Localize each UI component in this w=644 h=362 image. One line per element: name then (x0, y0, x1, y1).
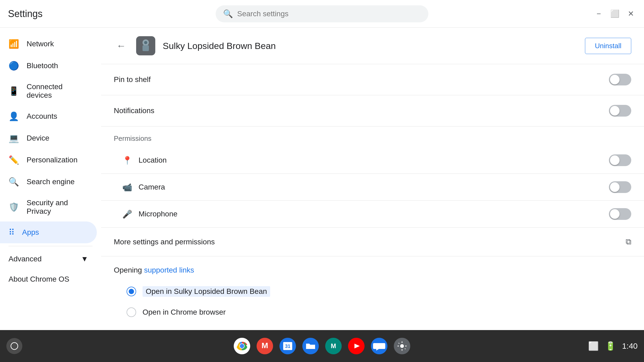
location-label: Location (139, 156, 603, 164)
taskbar-calendar-icon[interactable]: 31 (278, 336, 298, 356)
permissions-label: Permissions (114, 134, 152, 142)
microphone-toggle[interactable] (609, 208, 631, 220)
sidebar-item-accounts[interactable]: 👤 Accounts (0, 105, 97, 127)
svg-text:31: 31 (285, 344, 290, 349)
notifications-row: Notifications (101, 95, 644, 126)
open-in-chrome-option[interactable]: Open in Chrome browser (114, 302, 631, 322)
supported-links-link[interactable]: supported links (144, 266, 194, 274)
toggle-thumb-camera (610, 182, 620, 192)
maximize-button[interactable]: ⬜ (609, 9, 620, 19)
sidebar-item-advanced[interactable]: Advanced ▼ (0, 249, 97, 269)
open-in-chrome-radio[interactable] (127, 307, 136, 317)
taskbar-youtube-icon[interactable] (346, 336, 366, 356)
svg-text:M: M (262, 341, 268, 350)
search-engine-icon: 🔍 (9, 177, 19, 187)
sidebar-item-apps[interactable]: ⠿ Apps (0, 221, 97, 243)
location-row: 📍 Location (101, 147, 644, 174)
sidebar-label-connected-devices: Connected devices (27, 83, 88, 100)
content-area: ← Sulky Lopsided Brown Bean Uninstall Pi… (101, 28, 644, 330)
taskbar-apps: M 31 M (232, 336, 412, 356)
svg-point-2 (144, 41, 147, 44)
notifications-toggle[interactable] (609, 105, 631, 117)
svg-text:M: M (331, 342, 336, 349)
toggle-track-pin (609, 74, 631, 85)
permissions-header: Permissions (101, 126, 644, 147)
sidebar-label-bluetooth: Bluetooth (27, 61, 58, 70)
settings-title: Settings (8, 8, 43, 19)
home-button[interactable] (6, 338, 22, 354)
tablet-icon: 📱 (9, 86, 19, 96)
back-button[interactable]: ← (114, 38, 129, 54)
taskbar-right: ⬜ 🔋 1:40 (588, 341, 638, 351)
minimize-button[interactable]: − (593, 9, 604, 19)
search-bar: 🔍 (216, 5, 428, 22)
sidebar-item-security-privacy[interactable]: 🛡️ Security and Privacy (0, 193, 97, 221)
toggle-track-microphone (609, 208, 631, 220)
more-settings-row[interactable]: More settings and permissions ⧉ (101, 228, 644, 256)
sidebar-item-search-engine[interactable]: 🔍 Search engine (0, 171, 97, 193)
time-display: 1:40 (622, 342, 638, 351)
sidebar-item-device[interactable]: 💻 Device (0, 127, 97, 149)
sidebar-label-device: Device (27, 134, 49, 142)
apps-icon: ⠿ (9, 227, 15, 237)
taskbar-messages-icon[interactable] (369, 336, 389, 356)
open-in-app-radio[interactable] (127, 287, 136, 296)
toggle-thumb-location (610, 155, 620, 165)
brush-icon: ✏️ (9, 155, 19, 165)
sidebar-label-search-engine: Search engine (27, 178, 75, 186)
taskbar: M 31 M (0, 330, 644, 362)
toggle-thumb-microphone (610, 209, 620, 219)
search-icon: 🔍 (223, 9, 233, 18)
pin-to-shelf-row: Pin to shelf (101, 64, 644, 95)
uninstall-button[interactable]: Uninstall (585, 38, 631, 54)
app-header: ← Sulky Lopsided Brown Bean Uninstall (101, 28, 644, 64)
chevron-down-icon: ▼ (81, 255, 88, 263)
screen-icon[interactable]: ⬜ (588, 341, 599, 351)
app-icon (136, 36, 155, 55)
svg-point-7 (240, 344, 244, 348)
sidebar-item-about-chrome-os[interactable]: About Chrome OS (0, 269, 97, 289)
sidebar-item-connected-devices[interactable]: 📱 Connected devices (0, 77, 97, 105)
taskbar-chrome-icon[interactable] (232, 336, 252, 356)
microphone-icon: 🎤 (122, 209, 132, 219)
microphone-label: Microphone (139, 210, 603, 218)
location-toggle[interactable] (609, 154, 631, 166)
camera-row: 📹 Camera (101, 174, 644, 201)
taskbar-gmail-icon[interactable]: M (255, 336, 275, 356)
camera-toggle[interactable] (609, 181, 631, 193)
close-button[interactable]: ✕ (625, 9, 636, 19)
about-chrome-os-label: About Chrome OS (9, 275, 69, 283)
sidebar-label-apps: Apps (22, 228, 39, 237)
app-name: Sulky Lopsided Brown Bean (163, 41, 578, 51)
window-controls: − ⬜ ✕ (593, 9, 636, 19)
svg-rect-1 (143, 45, 149, 51)
camera-icon: 📹 (122, 183, 132, 192)
search-input[interactable] (237, 10, 421, 18)
sidebar-label-security-privacy: Security and Privacy (27, 199, 88, 216)
open-in-app-option[interactable]: Open in Sulky Lopsided Brown Bean (114, 281, 631, 302)
location-icon: 📍 (122, 156, 132, 165)
taskbar-meet-icon[interactable]: M (323, 336, 344, 356)
wifi-icon: 📶 (9, 39, 19, 49)
sidebar-label-network: Network (27, 40, 54, 48)
person-icon: 👤 (9, 111, 19, 121)
pin-to-shelf-label: Pin to shelf (114, 75, 151, 84)
sidebar-item-bluetooth[interactable]: 🔵 Bluetooth (0, 55, 97, 77)
svg-point-20 (400, 344, 404, 348)
title-bar: Settings 🔍 − ⬜ ✕ (0, 0, 644, 28)
microphone-row: 🎤 Microphone (101, 201, 644, 228)
pin-to-shelf-toggle[interactable] (609, 74, 631, 85)
sidebar-item-network[interactable]: 📶 Network (0, 33, 97, 55)
taskbar-files-icon[interactable] (300, 336, 321, 356)
more-settings-label: More settings and permissions (114, 238, 215, 246)
opening-links-section: Opening supported links Open in Sulky Lo… (101, 256, 644, 330)
main-layout: 📶 Network 🔵 Bluetooth 📱 Connected device… (0, 28, 644, 330)
svg-point-3 (11, 343, 18, 349)
sidebar-label-accounts: Accounts (27, 112, 57, 121)
laptop-icon: 💻 (9, 133, 19, 143)
shield-icon: 🛡️ (9, 202, 19, 212)
sidebar-item-personalization[interactable]: ✏️ Personalization (0, 149, 97, 171)
taskbar-settings-icon[interactable] (392, 336, 412, 356)
toggle-track-camera (609, 181, 631, 193)
advanced-label: Advanced (9, 255, 42, 263)
